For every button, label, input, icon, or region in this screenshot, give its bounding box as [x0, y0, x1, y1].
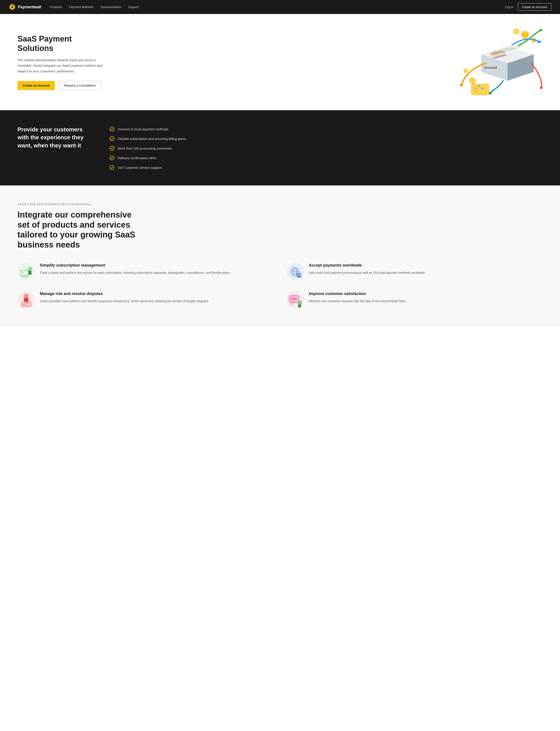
feature-item: Delivery confirmation APIs.: [109, 155, 543, 161]
svg-rect-71: [298, 305, 301, 308]
feature-item: 24/7 customer service support.: [109, 165, 543, 170]
dark-left-content: Provide your customers with the experien…: [17, 126, 92, 149]
check-circle-icon: [109, 165, 115, 170]
dark-section: Provide your customers with the experien…: [0, 110, 560, 186]
feature-text: 24/7 customer service support.: [118, 166, 163, 170]
product-card-title-payments: Accept payments worldwide: [309, 263, 426, 268]
svg-rect-22: [538, 41, 541, 43]
dark-features-list: Connect to local payment methods. Flexib…: [109, 126, 543, 170]
svg-rect-26: [471, 84, 489, 95]
product-card-desc-payments: Add credit card payment processing as we…: [309, 270, 426, 275]
logo-text: Paymentwall: [18, 5, 41, 9]
svg-rect-24: [540, 87, 543, 89]
product-card-content-satisfaction: Improve customer satisfaction Resolve yo…: [309, 291, 407, 304]
product-card-desc-satisfaction: Resolve your customer requests with the …: [309, 299, 407, 304]
logo[interactable]: Paymentwall: [9, 4, 41, 10]
svg-rect-23: [460, 84, 463, 86]
product-card-risk: Manage risk and resolve disputes Detect …: [17, 291, 273, 309]
products-section: GROW YOUR SAAS BUSINESS WITH PAYMENTWALL…: [0, 186, 560, 326]
nav-link-products[interactable]: Products: [50, 5, 62, 9]
nav-link-support[interactable]: Support: [128, 5, 139, 9]
svg-point-29: [481, 87, 483, 89]
navbar: Paymentwall Products Payment Methods Doc…: [0, 0, 560, 14]
product-card-title-subscription: Simplify subscription management: [40, 263, 230, 268]
svg-point-28: [478, 85, 480, 87]
hero-content: SaaS Payment Solutions The market transf…: [17, 34, 109, 90]
hero-description: The market transformation towards SaaS a…: [17, 57, 109, 74]
svg-point-46: [28, 267, 32, 271]
svg-point-37: [110, 146, 114, 151]
feature-item: Connect to local payment methods.: [109, 126, 543, 132]
nav-link-documentation[interactable]: Documentation: [101, 5, 121, 9]
product-card-desc-subscription: Track a status and perform any actions f…: [40, 270, 230, 275]
nav-create-account-button[interactable]: Create an Account: [518, 3, 551, 11]
check-circle-icon: [109, 126, 115, 132]
nav-actions: Log in Create an Account: [505, 3, 551, 11]
product-card-content-risk: Manage risk and resolve disputes Detect …: [40, 291, 209, 304]
svg-rect-5: [11, 7, 14, 8]
svg-point-68: [293, 298, 295, 300]
logo-icon: [9, 4, 16, 10]
check-circle-icon: [109, 155, 115, 161]
hero-illustration: Terminal3: [455, 28, 547, 96]
svg-point-72: [299, 302, 299, 303]
svg-rect-58: [298, 275, 300, 277]
dark-section-title: Provide your customers with the experien…: [17, 126, 92, 149]
product-card-payments: Accept payments worldwide Add credit car…: [287, 263, 543, 280]
svg-point-39: [110, 165, 114, 170]
svg-rect-47: [28, 271, 31, 275]
products-grid: Simplify subscription management Track a…: [17, 263, 543, 309]
svg-point-7: [521, 33, 529, 36]
hero-title: SaaS Payment Solutions: [17, 34, 109, 53]
svg-rect-63: [22, 303, 30, 305]
hero-section: SaaS Payment Solutions The market transf…: [0, 14, 560, 110]
product-icon-subscription: [17, 263, 35, 280]
product-card-content-subscription: Simplify subscription management Track a…: [40, 263, 230, 275]
product-card-title-risk: Manage risk and resolve disputes: [40, 291, 209, 296]
svg-point-10: [469, 77, 476, 84]
nav-links: Products Payment Methods Documentation S…: [50, 5, 505, 9]
feature-text: Delivery confirmation APIs.: [118, 156, 157, 160]
hero-buttons: Create an Account Request a Consultation: [17, 81, 109, 90]
product-icon-satisfaction: [287, 291, 304, 309]
svg-point-11: [464, 68, 468, 73]
svg-rect-4: [11, 7, 14, 7]
feature-text: More than 100 processing currencies.: [118, 147, 173, 150]
feature-text: Connect to local payment methods.: [118, 127, 169, 131]
svg-rect-30: [474, 91, 477, 92]
svg-rect-21: [539, 29, 542, 31]
check-circle-icon: [109, 136, 115, 141]
svg-point-27: [474, 87, 477, 90]
product-card-title-satisfaction: Improve customer satisfaction: [309, 291, 407, 296]
product-card-content-payments: Accept payments worldwide Add credit car…: [309, 263, 426, 275]
products-section-title: Integrate our comprehensive set of produ…: [17, 210, 140, 250]
check-circle-icon: [109, 146, 115, 151]
feature-item: More than 100 processing currencies.: [109, 146, 543, 151]
login-link[interactable]: Log in: [505, 5, 513, 9]
hero-consultation-button[interactable]: Request a Consultation: [58, 81, 101, 90]
feature-item: Flexible subscription and recurring bill…: [109, 136, 543, 141]
svg-point-69: [295, 298, 297, 300]
svg-point-70: [298, 301, 302, 305]
product-card-subscription: Simplify subscription management Track a…: [17, 263, 273, 280]
feature-text: Flexible subscription and recurring bill…: [118, 137, 187, 141]
svg-point-57: [298, 273, 300, 275]
nav-link-payment-methods[interactable]: Payment Methods: [69, 5, 94, 9]
svg-rect-42: [21, 271, 28, 275]
svg-point-36: [110, 137, 114, 141]
product-card-satisfaction: Improve customer satisfaction Resolve yo…: [287, 291, 543, 309]
product-icon-risk: [17, 291, 35, 309]
svg-point-38: [110, 156, 114, 160]
svg-rect-3: [11, 6, 14, 7]
terminal-illustration: Terminal3: [459, 28, 543, 96]
product-card-desc-risk: Detect possible fraud patterns and ident…: [40, 299, 209, 304]
section-label: GROW YOUR SAAS BUSINESS WITH PAYMENTWALL: [17, 203, 543, 206]
svg-text:Terminal3: Terminal3: [483, 66, 497, 69]
svg-point-8: [513, 28, 519, 35]
hero-create-account-button[interactable]: Create an Account: [17, 81, 55, 90]
svg-point-35: [110, 127, 114, 131]
svg-point-67: [291, 298, 293, 300]
svg-point-73: [300, 302, 301, 303]
svg-point-60: [24, 294, 28, 298]
product-icon-payments: [287, 263, 304, 280]
